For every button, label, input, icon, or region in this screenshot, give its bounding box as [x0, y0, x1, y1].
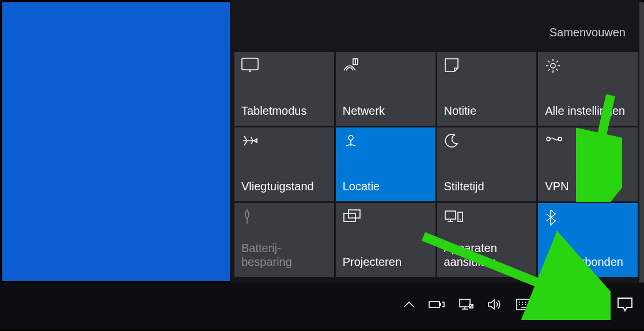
tile-netwerk[interactable]: Netwerk — [336, 52, 435, 126]
tile-stiltetijd[interactable]: Stiltetijd — [437, 127, 537, 201]
svg-rect-18 — [440, 303, 441, 306]
clock-time: 15:5 — [548, 293, 604, 306]
tile-apparaten-aansluiten[interactable]: Apparaten aansluiten — [437, 203, 537, 277]
action-center-panel: Samenvouwen Tabletmodus Netwerk Notitie … — [230, 0, 642, 283]
tile-notitie[interactable]: Notitie — [437, 52, 537, 126]
connect-devices-icon — [444, 209, 530, 225]
tile-label: Stiltetijd — [444, 179, 530, 193]
show-hidden-icons[interactable] — [403, 300, 415, 311]
tile-vpn[interactable]: VPN — [538, 127, 638, 201]
tile-label: Alle instellingen — [545, 104, 631, 118]
svg-rect-11 — [348, 210, 360, 218]
svg-rect-0 — [242, 58, 258, 70]
tile-label: Netwerk — [343, 104, 429, 118]
tile-label: Apparaten aansluiten — [444, 241, 530, 269]
tile-label: Niet verbonden — [545, 255, 631, 269]
moon-icon — [444, 133, 530, 149]
note-icon — [444, 58, 530, 74]
collapse-button[interactable]: Samenvouwen — [230, 7, 642, 52]
tile-bluetooth[interactable]: Niet verbonden — [538, 203, 638, 277]
tablet-icon — [241, 58, 327, 74]
tile-locatie[interactable]: Locatie — [336, 127, 435, 201]
bluetooth-icon — [545, 209, 631, 225]
svg-rect-12 — [445, 211, 456, 219]
desktop-background — [2, 2, 230, 281]
power-icon[interactable] — [428, 299, 445, 313]
svg-point-8 — [558, 137, 562, 141]
svg-point-16 — [460, 219, 461, 220]
scrollbar[interactable] — [639, 2, 644, 283]
airplane-icon — [241, 133, 327, 149]
gear-icon — [545, 58, 631, 74]
tile-label: VPN — [545, 179, 631, 193]
svg-point-4 — [551, 63, 555, 68]
network-tray-icon[interactable] — [458, 298, 474, 314]
volume-icon[interactable] — [487, 298, 503, 314]
tile-label: Notitie — [444, 104, 530, 118]
tile-alle-instellingen[interactable]: Alle instellingen — [538, 52, 638, 126]
taskbar: 15:5 26-11-2018 — [0, 283, 644, 329]
svg-point-7 — [547, 137, 550, 141]
network-icon — [343, 58, 429, 74]
svg-point-1 — [249, 70, 251, 72]
clock-date: 26-11-2018 — [548, 306, 604, 318]
tile-batterijbesparing[interactable]: Batterij-besparing — [234, 203, 334, 277]
svg-rect-17 — [429, 302, 440, 307]
tile-label: Locatie — [343, 179, 429, 193]
vpn-icon — [545, 133, 631, 149]
quick-action-tiles: Tabletmodus Netwerk Notitie Alle instell… — [230, 52, 642, 283]
tile-label: Batterij-besparing — [241, 241, 327, 269]
project-icon — [343, 209, 429, 225]
taskbar-clock[interactable]: 15:5 26-11-2018 — [548, 293, 604, 318]
tile-label: Tabletmodus — [241, 104, 327, 118]
tile-projecteren[interactable]: Projecteren — [336, 203, 435, 277]
tile-vliegtuigstand[interactable]: Vliegtuigstand — [234, 127, 334, 201]
tile-tabletmodus[interactable]: Tabletmodus — [234, 52, 334, 126]
tile-label: Vliegtuigstand — [241, 179, 327, 193]
action-center-tray-icon[interactable] — [616, 296, 634, 315]
svg-rect-10 — [344, 213, 355, 221]
battery-saver-icon — [241, 209, 327, 225]
svg-point-5 — [348, 136, 353, 140]
tile-label: Projecteren — [343, 255, 429, 269]
svg-rect-19 — [460, 299, 470, 307]
location-icon — [343, 133, 429, 149]
keyboard-icon[interactable] — [516, 298, 535, 313]
